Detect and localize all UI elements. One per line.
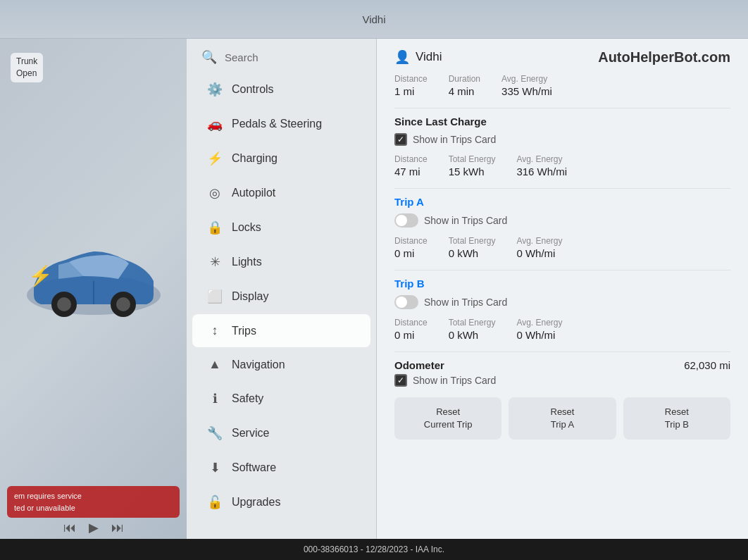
trip-a-total-energy-label: Total Energy [449, 236, 496, 246]
trip-a-total-energy-value: 0 kWh [449, 247, 496, 259]
pedals-label: Pedals & Steering [232, 118, 322, 130]
user-icon: 👤 [394, 49, 410, 65]
trip-b-distance-value: 0 mi [394, 329, 428, 341]
trips-label: Trips [232, 325, 256, 337]
slc-total-energy-value: 15 kWh [449, 166, 496, 178]
bottom-bar-text: 000-38366013 - 12/28/2023 - IAA Inc. [304, 545, 444, 554]
lights-icon: ✳ [206, 254, 223, 270]
divider-4 [394, 351, 730, 352]
odometer-section: Odometer 62,030 mi ✓ Show in Trips Card [394, 359, 730, 387]
current-trip-stats: Distance 1 mi Duration 4 min Avg. Energy… [394, 74, 730, 97]
slc-distance: Distance 47 mi [394, 154, 428, 178]
sidebar-item-safety[interactable]: ℹ Safety [192, 382, 370, 416]
sidebar-item-upgrades[interactable]: 🔓 Upgrades [192, 485, 370, 519]
autopilot-icon: ◎ [206, 185, 223, 201]
reset-trip-b-button[interactable]: ResetTrip B [623, 397, 730, 440]
controls-label: Controls [232, 83, 274, 96]
sidebar-item-lights[interactable]: ✳ Lights [192, 245, 370, 279]
navigation-icon: ▲ [206, 357, 223, 372]
software-label: Software [232, 461, 276, 474]
trip-a-toggle[interactable] [394, 213, 418, 228]
trip-b-toggle[interactable] [394, 295, 418, 309]
odometer-checkbox[interactable]: ✓ [394, 374, 407, 387]
slc-avg-energy-value: 316 Wh/mi [516, 166, 567, 178]
sidebar-item-controls[interactable]: ⚙️ Controls [192, 73, 370, 106]
upgrades-label: Upgrades [232, 496, 280, 509]
warning-badge: em requires service ted or unavailable [7, 486, 180, 518]
divider-1 [394, 108, 730, 108]
since-last-charge-title: Since Last Charge [394, 116, 730, 127]
slc-distance-value: 47 mi [394, 166, 428, 178]
divider-2 [394, 188, 730, 189]
car-image-area: ⚡ [0, 39, 187, 539]
odometer-row: Odometer 62,030 mi [394, 359, 730, 371]
duration-value: 4 min [449, 85, 480, 97]
slc-total-energy: Total Energy 15 kWh [449, 154, 496, 178]
trip-b-stats: Distance 0 mi Total Energy 0 kWh Avg. En… [394, 318, 730, 341]
trip-b-avg-energy-label: Avg. Energy [516, 318, 562, 328]
screen: Vidhi Trunk Open [0, 0, 748, 560]
search-icon: 🔍 [201, 49, 218, 65]
software-icon: ⬇ [206, 460, 223, 475]
sidebar-item-software[interactable]: ⬇ Software [192, 451, 370, 485]
trip-b-avg-energy: Avg. Energy 0 Wh/mi [516, 318, 562, 341]
trip-a-total-energy: Total Energy 0 kWh [449, 236, 496, 259]
top-bar: Vidhi [0, 0, 748, 39]
odometer-value: 62,030 mi [684, 359, 730, 371]
sidebar-item-locks[interactable]: 🔒 Locks [192, 211, 370, 244]
next-button[interactable]: ⏭ [111, 521, 124, 535]
prev-button[interactable]: ⏮ [63, 521, 76, 535]
sidebar-item-pedals-steering[interactable]: 🚗 Pedals & Steering [192, 107, 370, 141]
sidebar-item-service[interactable]: 🔧 Service [192, 416, 370, 450]
trip-b-toggle-label: Show in Trips Card [424, 297, 507, 308]
trip-a-avg-energy: Avg. Energy 0 Wh/mi [516, 236, 562, 259]
trip-b-total-energy-value: 0 kWh [449, 329, 496, 341]
sidebar-item-autopilot[interactable]: ◎ Autopilot [192, 176, 370, 210]
search-item[interactable]: 🔍 Search [187, 42, 376, 72]
trip-b-total-energy-label: Total Energy [449, 318, 496, 328]
sidebar-item-display[interactable]: ⬜ Display [192, 280, 370, 313]
left-panel: Trunk Open [0, 39, 187, 539]
charging-icon: ⚡ [206, 151, 223, 166]
slc-total-energy-label: Total Energy [449, 154, 496, 164]
locks-icon: 🔒 [206, 220, 223, 235]
sidebar: 🔍 Search ⚙️ Controls 🚗 Pedals & Steering… [187, 39, 377, 539]
trip-a-toggle-label: Show in Trips Card [424, 215, 507, 226]
distance-value: 1 mi [394, 85, 428, 97]
reset-current-trip-button[interactable]: ResetCurrent Trip [394, 397, 501, 440]
display-icon: ⬜ [206, 289, 223, 304]
content-header: 👤 Vidhi AutoHelperBot.com [394, 49, 730, 66]
display-label: Display [232, 290, 268, 303]
avg-energy-value: 335 Wh/mi [501, 85, 552, 97]
username: Vidhi [416, 50, 442, 64]
reset-trip-a-button[interactable]: ResetTrip A [509, 397, 616, 440]
trip-b-distance-label: Distance [394, 318, 428, 328]
trip-b-total-energy: Total Energy 0 kWh [449, 318, 496, 341]
sidebar-item-navigation[interactable]: ▲ Navigation [192, 348, 370, 381]
since-last-charge-stats: Distance 47 mi Total Energy 15 kWh Avg. … [394, 154, 730, 178]
since-last-charge-checkbox-row[interactable]: ✓ Show in Trips Card [394, 133, 730, 146]
avg-energy-label: Avg. Energy [501, 74, 552, 84]
since-last-charge-checkbox[interactable]: ✓ [394, 133, 407, 146]
trip-b-avg-energy-value: 0 Wh/mi [516, 329, 562, 341]
trip-a-toggle-row[interactable]: Show in Trips Card [394, 213, 730, 228]
sidebar-item-charging[interactable]: ⚡ Charging [192, 142, 370, 175]
autopilot-label: Autopilot [232, 187, 275, 199]
odometer-label: Odometer [394, 359, 444, 371]
autohelper-logo: AutoHelperBot.com [598, 49, 730, 66]
upgrades-icon: 🔓 [206, 494, 223, 510]
main-content: Trunk Open [0, 39, 748, 539]
since-last-charge-checkbox-label: Show in Trips Card [413, 134, 496, 145]
user-section: 👤 Vidhi [394, 49, 442, 65]
odometer-checkbox-row[interactable]: ✓ Show in Trips Card [394, 374, 730, 387]
trip-a-distance: Distance 0 mi [394, 236, 428, 259]
locks-label: Locks [232, 221, 261, 234]
slc-avg-energy-label: Avg. Energy [516, 154, 567, 164]
trip-b-toggle-row[interactable]: Show in Trips Card [394, 295, 730, 309]
controls-icon: ⚙️ [206, 82, 223, 97]
safety-icon: ℹ [206, 391, 223, 406]
service-icon: 🔧 [206, 425, 223, 441]
trip-a-avg-energy-label: Avg. Energy [516, 236, 562, 246]
sidebar-item-trips[interactable]: ↕ Trips [192, 314, 370, 347]
play-button[interactable]: ▶ [89, 520, 99, 535]
